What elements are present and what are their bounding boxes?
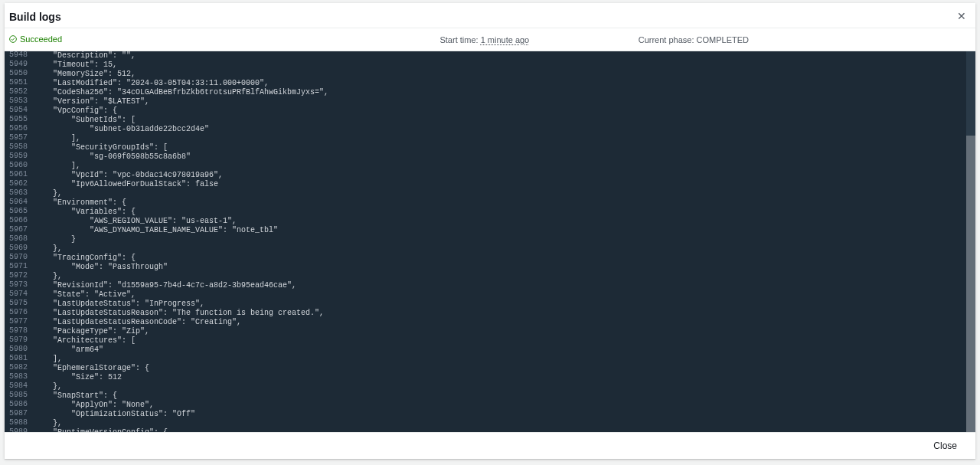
log-row: 5951 "LastModified": "2024-03-05T04:33:1…: [5, 79, 975, 88]
log-line: }: [34, 235, 975, 244]
log-row: 5965 "Variables": {: [5, 208, 975, 217]
log-line: "Version": "$LATEST",: [34, 97, 975, 106]
log-row: 5981 ],: [5, 355, 975, 364]
log-line: },: [34, 419, 975, 428]
log-row: 5958 "SecurityGroupIds": [: [5, 143, 975, 152]
log-line: "SecurityGroupIds": [: [34, 143, 975, 152]
log-row: 5983 "Size": 512: [5, 373, 975, 382]
log-row: 5962 "Ipv6AllowedForDualStack": false: [5, 180, 975, 189]
phase-label: Current phase:: [639, 35, 694, 44]
modal-footer: Close: [5, 432, 975, 459]
log-row: 5971 "Mode": "PassThrough": [5, 263, 975, 272]
log-row: 5952 "CodeSha256": "34cOLGAdBeBfrbZkb6tr…: [5, 88, 975, 97]
log-line: },: [34, 272, 975, 281]
log-row: 5963 },: [5, 189, 975, 198]
log-row: 5968 }: [5, 235, 975, 244]
close-icon[interactable]: ✕: [954, 9, 969, 23]
log-row: 5978 "PackageType": "Zip",: [5, 327, 975, 336]
log-row: 5973 "RevisionId": "d1559a95-7b4d-4c7c-a…: [5, 281, 975, 290]
log-row: 5967 "AWS_DYNAMO_TABLE_NAME_VALUE": "not…: [5, 226, 975, 235]
log-row: 5982 "EphemeralStorage": {: [5, 364, 975, 373]
log-line: "TracingConfig": {: [34, 254, 975, 263]
log-line: "OptimizationStatus": "Off": [34, 410, 975, 419]
log-row: 5984 },: [5, 382, 975, 391]
log-line: "LastModified": "2024-03-05T04:33:11.000…: [34, 79, 975, 88]
log-line: "Description": "",: [34, 51, 975, 61]
log-line: "Ipv6AllowedForDualStack": false: [34, 180, 975, 189]
log-row: 5989 "RuntimeVersionConfig": {: [5, 428, 975, 432]
log-row: 5975 "LastUpdateStatus": "InProgress",: [5, 300, 975, 309]
log-line: "EphemeralStorage": {: [34, 364, 975, 373]
start-time-value[interactable]: 1 minute ago: [481, 35, 530, 44]
line-number: 5989: [5, 428, 34, 432]
log-line: "sg-069f0598b55c8a6b8": [34, 152, 975, 162]
log-line: "Size": 512: [34, 373, 975, 382]
log-line: "PackageType": "Zip",: [34, 327, 975, 336]
log-row: 5988 },: [5, 419, 975, 428]
status-badge: Succeeded: [9, 34, 62, 44]
log-scroll[interactable]: 5948 "Description": "",5949 "Timeout": 1…: [5, 51, 975, 432]
log-line: "RevisionId": "d1559a95-7b4d-4c7c-a8d2-3…: [34, 281, 975, 290]
success-icon: [9, 35, 17, 43]
log-line: "Mode": "PassThrough": [34, 263, 975, 272]
scrollbar-thumb[interactable]: [966, 51, 975, 136]
log-line: "VpcConfig": {: [34, 106, 975, 116]
log-row: 5977 "LastUpdateStatusReasonCode": "Crea…: [5, 318, 975, 327]
log-row: 5964 "Environment": {: [5, 198, 975, 208]
log-line: "SubnetIds": [: [34, 116, 975, 125]
log-line: "Architectures": [: [34, 336, 975, 345]
log-row: 5959 "sg-069f0598b55c8a6b8": [5, 152, 975, 162]
log-line: "State": "Active",: [34, 290, 975, 300]
log-line: ],: [34, 162, 975, 171]
svg-point-0: [10, 36, 17, 43]
log-line: "Timeout": 15,: [34, 61, 975, 70]
log-row: 5986 "ApplyOn": "None",: [5, 401, 975, 410]
log-line: "CodeSha256": "34cOLGAdBeBfrbZkb6trotsuP…: [34, 88, 975, 97]
log-line: "VpcId": "vpc-0bdac14c978019a96",: [34, 171, 975, 180]
log-line: "LastUpdateStatus": "InProgress",: [34, 300, 975, 309]
log-row: 5953 "Version": "$LATEST",: [5, 97, 975, 106]
log-line: ],: [34, 355, 975, 364]
log-row: 5985 "SnapStart": {: [5, 391, 975, 401]
log-row: 5970 "TracingConfig": {: [5, 254, 975, 263]
log-row: 5972 },: [5, 272, 975, 281]
build-meta-bar: Succeeded Start time: 1 minute ago Curre…: [5, 28, 975, 51]
log-row: 5956 "subnet-0b31adde22bcc2d4e": [5, 125, 975, 134]
modal-header: Build logs ✕: [5, 3, 975, 28]
log-line: "Variables": {: [34, 208, 975, 217]
log-row: 5980 "arm64": [5, 345, 975, 355]
log-line: "AWS_DYNAMO_TABLE_NAME_VALUE": "note_tbl…: [34, 226, 975, 235]
log-row: 5976 "LastUpdateStatusReason": "The func…: [5, 309, 975, 318]
log-line: "LastUpdateStatusReasonCode": "Creating"…: [34, 318, 975, 327]
phase-value: COMPLETED: [697, 35, 749, 44]
log-row: 5949 "Timeout": 15,: [5, 61, 975, 70]
log-line: ],: [34, 134, 975, 143]
log-row: 5961 "VpcId": "vpc-0bdac14c978019a96",: [5, 171, 975, 180]
log-line: },: [34, 189, 975, 198]
build-logs-modal: Build logs ✕ Succeeded Start time: 1 min…: [5, 3, 975, 459]
log-table: 5948 "Description": "",5949 "Timeout": 1…: [5, 51, 975, 432]
log-row: 5960 ],: [5, 162, 975, 171]
log-row: 5954 "VpcConfig": {: [5, 106, 975, 116]
log-line: "RuntimeVersionConfig": {: [34, 428, 975, 432]
status-label: Succeeded: [20, 34, 62, 44]
log-line: "arm64": [34, 345, 975, 355]
start-time-label: Start time:: [439, 35, 478, 44]
log-line: "MemorySize": 512,: [34, 70, 975, 79]
log-row: 5955 "SubnetIds": [: [5, 116, 975, 125]
log-line: "SnapStart": {: [34, 391, 975, 401]
log-viewport: 5948 "Description": "",5949 "Timeout": 1…: [5, 51, 975, 432]
log-row: 5979 "Architectures": [: [5, 336, 975, 345]
log-line: },: [34, 382, 975, 391]
log-row: 5950 "MemorySize": 512,: [5, 70, 975, 79]
log-line: "Environment": {: [34, 198, 975, 208]
log-line: "LastUpdateStatusReason": "The function …: [34, 309, 975, 318]
log-line: "ApplyOn": "None",: [34, 401, 975, 410]
log-row: 5966 "AWS_REGION_VALUE": "us-east-1",: [5, 217, 975, 226]
close-button[interactable]: Close: [923, 437, 968, 454]
log-row: 5957 ],: [5, 134, 975, 143]
log-row: 5948 "Description": "",: [5, 51, 975, 61]
log-line: },: [34, 244, 975, 254]
log-line: "AWS_REGION_VALUE": "us-east-1",: [34, 217, 975, 226]
log-row: 5974 "State": "Active",: [5, 290, 975, 300]
